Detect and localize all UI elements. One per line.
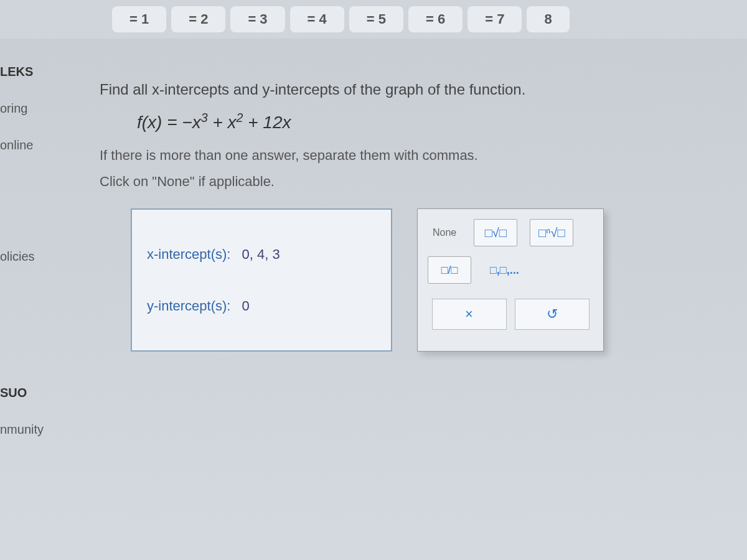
sidebar-item-policies[interactable]: olicies <box>0 247 75 266</box>
sidebar-item-community[interactable]: nmunity <box>0 420 75 439</box>
reset-button[interactable]: ↺ <box>515 299 590 330</box>
y-intercept-label: y-intercept(s): <box>147 298 230 314</box>
fraction-button[interactable]: □/□ <box>428 256 471 284</box>
sidebar-item-suo[interactable]: SUO <box>0 383 75 403</box>
sidebar-nav: LEKS oring online olicies SUO nmunity <box>0 62 75 439</box>
tab-1[interactable]: = 1 <box>112 6 166 32</box>
work-area: x-intercept(s): 0, 4, 3 y-intercept(s): … <box>131 208 722 352</box>
tab-4[interactable]: = 4 <box>290 6 344 32</box>
none-button[interactable]: None <box>428 219 461 246</box>
question-prompt: Find all x-intercepts and y-intercepts o… <box>100 81 722 98</box>
question-instruction-2: Click on "None" if applicable. <box>100 174 722 190</box>
nth-root-button[interactable]: □ⁿ√□ <box>530 219 573 246</box>
tab-2[interactable]: = 2 <box>171 6 225 32</box>
x-intercept-label: x-intercept(s): <box>147 246 230 263</box>
question-formula: f(x) = −x3 + x2 + 12x <box>137 111 722 133</box>
clear-button[interactable]: × <box>432 299 507 330</box>
tab-6[interactable]: = 6 <box>408 6 463 32</box>
question-content: Find all x-intercepts and y-intercepts o… <box>100 81 722 352</box>
tab-7[interactable]: = 7 <box>467 6 522 32</box>
y-intercept-value[interactable]: 0 <box>242 298 249 314</box>
question-instruction-1: If there is more than one answer, separa… <box>100 147 722 164</box>
tab-3[interactable]: = 3 <box>230 6 284 32</box>
sqrt-button[interactable]: □√□ <box>474 219 517 246</box>
math-toolbox: None □√□ □ⁿ√□ □/□ □,□,... × ↺ <box>417 208 604 352</box>
sidebar-item-online[interactable]: online <box>0 136 75 155</box>
x-intercept-value[interactable]: 0, 4, 3 <box>242 246 280 263</box>
sidebar-item-aleks[interactable]: LEKS <box>0 62 75 82</box>
x-intercept-row: x-intercept(s): 0, 4, 3 <box>147 246 376 263</box>
list-button[interactable]: □,□,... <box>484 256 525 284</box>
sidebar-item-oring[interactable]: oring <box>0 99 75 118</box>
question-tabs: = 1 = 2 = 3 = 4 = 5 = 6 = 7 8 <box>0 0 747 39</box>
tab-5[interactable]: = 5 <box>349 6 403 32</box>
tab-8[interactable]: 8 <box>527 6 569 32</box>
answer-box: x-intercept(s): 0, 4, 3 y-intercept(s): … <box>131 208 392 352</box>
y-intercept-row: y-intercept(s): 0 <box>147 298 376 314</box>
